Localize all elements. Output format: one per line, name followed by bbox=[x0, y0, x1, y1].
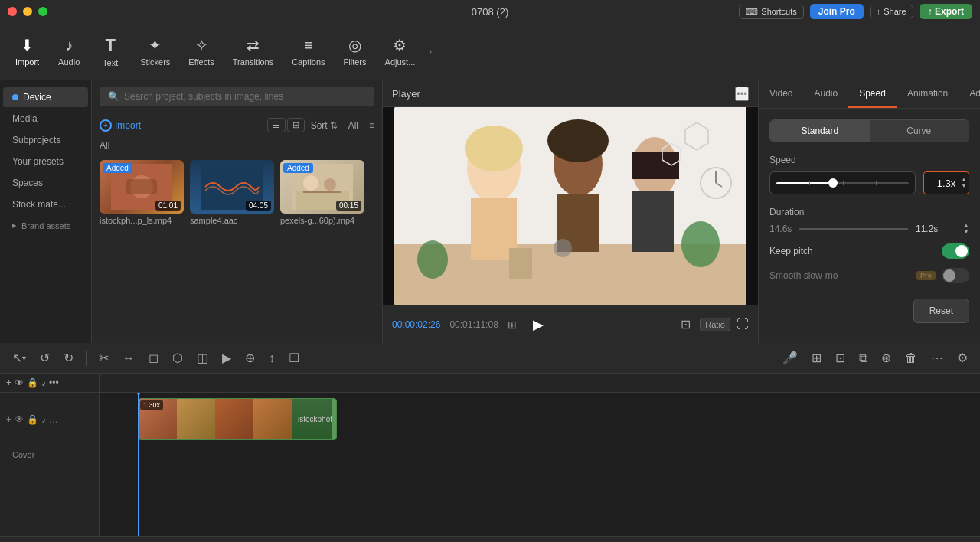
copy-button[interactable]: ⧉ bbox=[854, 348, 872, 368]
toolbar-text[interactable]: T Text bbox=[91, 31, 129, 72]
mic-button[interactable]: 🎤 bbox=[778, 348, 802, 368]
shortcuts-button[interactable]: ⌨ Shortcuts bbox=[739, 5, 803, 19]
trash-icon: 🗑 bbox=[905, 351, 917, 365]
add-track-button[interactable]: + bbox=[6, 377, 11, 388]
lock-button[interactable]: 🔒 bbox=[27, 377, 38, 388]
mask-button[interactable]: ⬡ bbox=[168, 348, 188, 368]
frame-button[interactable]: ☐ bbox=[284, 348, 304, 368]
smooth-toggle[interactable] bbox=[942, 268, 969, 283]
speed-thumb[interactable] bbox=[828, 178, 838, 188]
flip-button[interactable]: ↕ bbox=[264, 348, 279, 368]
toolbar-audio[interactable]: ♪ Audio bbox=[50, 32, 88, 71]
sidebar-item-media[interactable]: Media bbox=[3, 109, 88, 129]
more-options-button[interactable]: ⋯ bbox=[926, 348, 948, 368]
undo-button[interactable]: ↺ bbox=[35, 348, 54, 368]
tab-animation[interactable]: Animation bbox=[897, 80, 959, 108]
tab-video[interactable]: Video bbox=[759, 80, 803, 108]
auto-button[interactable]: ▶ bbox=[217, 348, 236, 368]
select-tool-button[interactable]: ↖ ▾ bbox=[8, 348, 31, 368]
search-input[interactable] bbox=[124, 91, 366, 102]
audio-mute-icon[interactable]: ♪ bbox=[41, 414, 46, 425]
tab-speed[interactable]: Speed bbox=[848, 80, 897, 108]
eye-button[interactable]: 👁 bbox=[15, 377, 24, 388]
trim-button[interactable]: ↔ bbox=[118, 348, 139, 368]
media-search-header: 🔍 bbox=[92, 80, 382, 113]
reset-button[interactable]: Reset bbox=[913, 299, 969, 323]
freeze-button[interactable]: ◫ bbox=[192, 348, 213, 368]
list-item[interactable]: Added 00:15 pexels-g...60p).mp4 bbox=[280, 160, 364, 337]
video-clip[interactable]: 1.30x istockphoto-1381352805-640_adpp_ls… bbox=[138, 398, 337, 440]
grid-view-button[interactable]: ⊞ bbox=[287, 118, 305, 132]
keep-pitch-label: Keep pitch bbox=[769, 246, 936, 256]
toolbar-adjust[interactable]: ⚙ Adjust... bbox=[377, 31, 423, 71]
toolbar-effects[interactable]: ✧ Effects bbox=[181, 31, 221, 71]
redo-button[interactable]: ↻ bbox=[59, 348, 78, 368]
effects-icon: ✧ bbox=[195, 36, 208, 54]
filter-button[interactable]: ≡ bbox=[369, 120, 374, 131]
fullscreen-crop-button[interactable]: ⊡ bbox=[678, 314, 694, 335]
speed-slider[interactable] bbox=[769, 171, 916, 194]
toolbar-filters[interactable]: ◎ Filters bbox=[336, 31, 374, 71]
fullscreen-button[interactable]: ⛶ bbox=[737, 318, 749, 331]
media-duration: 01:01 bbox=[155, 201, 181, 211]
eye-track-icon[interactable]: 👁 bbox=[15, 414, 24, 425]
sidebar-item-subprojects[interactable]: Subprojects bbox=[3, 130, 88, 150]
duration-label: Duration bbox=[769, 207, 969, 217]
tab-adjust[interactable]: Adjust... bbox=[959, 80, 980, 108]
scene-button[interactable]: ⊡ bbox=[831, 348, 850, 368]
play-button[interactable]: ▶ bbox=[526, 312, 550, 337]
sidebar-item-spaces[interactable]: Spaces bbox=[3, 173, 88, 193]
svg-point-6 bbox=[303, 175, 318, 191]
sidebar-item-brand[interactable]: ▸ Brand assets bbox=[3, 216, 88, 235]
toolbar-stickers[interactable]: ✦ Stickers bbox=[132, 31, 178, 71]
settings-button[interactable]: ⚙ bbox=[952, 348, 972, 368]
clip-end-handle[interactable] bbox=[332, 399, 336, 439]
export-button[interactable]: ↑ Export bbox=[920, 4, 972, 19]
search-box[interactable]: 🔍 bbox=[100, 87, 374, 106]
standard-mode-button[interactable]: Standard bbox=[770, 120, 870, 142]
timeline-scrollbar[interactable] bbox=[0, 536, 980, 542]
keep-pitch-toggle[interactable] bbox=[942, 243, 969, 259]
curve-mode-button[interactable]: Curve bbox=[870, 120, 969, 142]
toolbar-transitions[interactable]: ⇄ Transitions bbox=[225, 31, 281, 71]
minimize-button[interactable] bbox=[23, 7, 32, 16]
delete-button[interactable]: 🗑 bbox=[900, 348, 922, 368]
player-more-button[interactable]: ••• bbox=[735, 87, 749, 101]
toolbar-captions[interactable]: ≡ Captions bbox=[284, 32, 332, 71]
more-track-icon[interactable]: … bbox=[49, 414, 58, 425]
playhead[interactable] bbox=[138, 393, 139, 536]
add-track-icon[interactable]: + bbox=[6, 414, 11, 425]
toggle-thumb bbox=[956, 245, 968, 257]
duration-down-button[interactable]: ▼ bbox=[963, 229, 969, 235]
share-button[interactable]: ↑ Share bbox=[870, 5, 913, 18]
add-button[interactable]: ⊕ bbox=[240, 348, 260, 368]
ratio-button[interactable]: Ratio bbox=[700, 318, 730, 331]
audio-track-button[interactable]: ♪ bbox=[41, 377, 46, 388]
toolbar-import[interactable]: ⬇ Import bbox=[8, 31, 47, 71]
media-filename: sample4.aac bbox=[190, 216, 274, 225]
crop-button[interactable]: ◻ bbox=[144, 348, 163, 368]
split-button[interactable]: ✂ bbox=[94, 348, 113, 368]
sidebar-item-device[interactable]: Device bbox=[3, 87, 88, 107]
paste-button[interactable]: ⊛ bbox=[877, 348, 896, 368]
speed-down-button[interactable]: ▼ bbox=[961, 183, 967, 189]
toolbar-more-button[interactable]: › bbox=[426, 43, 435, 60]
maximize-button[interactable] bbox=[38, 7, 47, 16]
close-button[interactable] bbox=[8, 7, 17, 16]
tab-audio[interactable]: Audio bbox=[803, 80, 848, 108]
join-pro-button[interactable]: Join Pro bbox=[810, 4, 864, 19]
sidebar-item-presets[interactable]: Your presets bbox=[3, 152, 88, 171]
list-item[interactable]: Added 01:01 istockph...p_ls.mp4 bbox=[100, 160, 184, 337]
sidebar-item-stock[interactable]: Stock mate... bbox=[3, 194, 88, 214]
smooth-label: Smooth slow-mo bbox=[769, 270, 910, 281]
lock-track-icon[interactable]: 🔒 bbox=[27, 414, 38, 425]
connect-button[interactable]: ⊞ bbox=[807, 348, 826, 368]
import-button[interactable]: + Import bbox=[100, 119, 141, 132]
list-item[interactable]: 04:05 sample4.aac bbox=[190, 160, 274, 337]
list-view-button[interactable]: ☰ bbox=[267, 118, 286, 132]
grid-view-button[interactable]: ⊞ bbox=[508, 318, 517, 331]
sort-button[interactable]: Sort ⇅ bbox=[311, 120, 338, 131]
more-track-button[interactable]: ••• bbox=[49, 377, 59, 388]
media-filename: istockph...p_ls.mp4 bbox=[100, 216, 184, 225]
speed-value-input[interactable]: 1.3x ▲ ▼ bbox=[923, 171, 969, 194]
